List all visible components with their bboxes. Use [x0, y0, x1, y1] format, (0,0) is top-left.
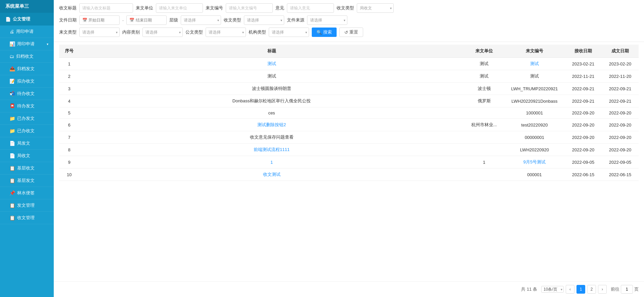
cell-seq: 8 [59, 144, 79, 156]
cell-title: 收文意见保存问题查看 [79, 131, 464, 144]
select-file-source[interactable]: 请选择 [307, 15, 347, 25]
cell-number: 000001 [504, 168, 565, 181]
prev-page-button[interactable]: ‹ [566, 285, 574, 294]
cell-seq: 10 [59, 168, 79, 181]
cell-number[interactable]: 测试 [504, 58, 565, 70]
cell-doc-date: 2022-09-05 [602, 156, 639, 168]
done-send-icon: 📁 [9, 116, 15, 121]
select-content-cat-wrapper: 请选择 [142, 28, 183, 37]
filter-row-2: 文件日期 - 层级 请选择 收文类型 请选择 文件来源 请选择 [59, 15, 639, 25]
cell-recv-date: 2022-09-21 [565, 95, 602, 107]
sidebar-item-done-recv[interactable]: 📁 已办收文 [0, 125, 54, 137]
sidebar-item-bureau-recv[interactable]: 📄 局收文 [0, 150, 54, 162]
cell-seq: 1 [59, 58, 79, 70]
label-origin-unit: 来文单位 [136, 5, 153, 11]
done-recv-icon: 📁 [9, 128, 15, 134]
input-recv-title[interactable] [79, 3, 133, 13]
cell-seq: 4 [59, 95, 79, 107]
next-page-button[interactable]: › [598, 285, 607, 294]
cell-unit: 测试 [464, 70, 504, 83]
table-row: 2测试测试测试2022-11-212022-11-20 [59, 70, 639, 83]
main-content: 收文标题 来文单位 来文编号 意见 收文类型 局收文 基层收文 全部 文件日期 … [54, 0, 644, 297]
cell-title[interactable]: 测试删除按钮2 [79, 119, 464, 131]
sidebar-item-base-recv[interactable]: 📋 基层收文 [0, 162, 54, 175]
archive-recv-icon: 🗂 [9, 54, 14, 59]
goto-after-label: 页 [634, 286, 639, 292]
cell-title: 测试 [79, 70, 464, 83]
sidebar-item-stamp-apply-1[interactable]: 🖨 用印申请 [0, 26, 54, 38]
sidebar-item-note[interactable]: 📌 林水便签 [0, 187, 54, 199]
cell-number: 测试 [504, 70, 565, 83]
cell-title[interactable]: 收文测试 [79, 168, 464, 181]
input-origin-number[interactable] [226, 3, 273, 13]
select-level[interactable]: 请选择 [181, 15, 221, 25]
cell-doc-date: 2022-06-15 [602, 168, 639, 181]
sidebar-item-recv-mgmt[interactable]: 📋 收文管理 [0, 212, 54, 224]
select-doc-type[interactable]: 请选择 [206, 28, 246, 37]
page-2-button[interactable]: 2 [587, 285, 596, 294]
table-row: 6测试删除按钮2杭州市林业...test202209202022-09-2020… [59, 119, 639, 131]
label-origin-type: 来文类型 [59, 29, 77, 35]
pending-recv-icon: 📬 [9, 91, 15, 96]
bureau-recv-icon: 📄 [9, 153, 15, 158]
input-origin-unit[interactable] [156, 3, 203, 13]
cell-number[interactable]: 9月5号测试 [504, 156, 565, 168]
select-level-wrapper: 请选择 [181, 15, 221, 25]
sidebar-item-base-send[interactable]: 📋 基层发文 [0, 175, 54, 187]
select-org-type[interactable]: 请选择 [269, 28, 309, 37]
search-button[interactable]: 🔍 搜索 [312, 28, 337, 37]
sidebar: 系统菜单三 📄 公文管理 🖨 用印申请 📊 用印申请 ▾ 🗂 归档收文 📤 归档… [0, 0, 54, 297]
col-header-seq: 序号 [59, 45, 79, 58]
cell-title[interactable]: 1 [79, 156, 464, 168]
page-size-select[interactable]: 10条/页 20条/页 50条/页 [541, 286, 564, 293]
table-row: 1测试测试测试2023-02-212023-02-20 [59, 58, 639, 70]
sidebar-item-pending-send[interactable]: 📮 待办发文 [0, 100, 54, 112]
select-content-cat[interactable]: 请选择 [142, 28, 183, 37]
pagination: 共 11 条 10条/页 20条/页 50条/页 ‹ 1 2 › 前往 页 [54, 281, 644, 297]
sidebar-item-pending-recv[interactable]: 📬 待办收文 [0, 88, 54, 100]
cell-seq: 5 [59, 107, 79, 119]
cell-unit: 俄罗斯 [464, 95, 504, 107]
cell-title[interactable]: 前端测试流程1111 [79, 144, 464, 156]
sidebar-item-archive-recv[interactable]: 🗂 归档收文 [0, 50, 54, 63]
cell-unit: 1 [464, 156, 504, 168]
label-opinion: 意见 [275, 5, 284, 11]
sidebar-item-bureau-send[interactable]: 📄 局发文 [0, 137, 54, 150]
pagination-total: 共 11 条 [521, 286, 537, 292]
cell-title[interactable]: 测试 [79, 58, 464, 70]
sidebar-item-archive-send[interactable]: 📤 归档发文 [0, 63, 54, 75]
sidebar-item-done-send[interactable]: 📁 已办发文 [0, 112, 54, 125]
select-origin-type[interactable]: 请选择 [79, 28, 120, 37]
goto-page-input[interactable] [621, 285, 633, 294]
stamp-icon-1: 🖨 [9, 29, 14, 34]
filter-area: 收文标题 来文单位 来文编号 意见 收文类型 局收文 基层收文 全部 文件日期 … [54, 0, 644, 42]
cell-unit [464, 131, 504, 144]
cell-number: LWH_TRUMP20220921 [504, 83, 565, 95]
cell-recv-date: 2022-09-20 [565, 131, 602, 144]
col-header-number: 来文编号 [504, 45, 565, 58]
table-row: 7收文意见保存问题查看000000012022-09-202022-09-20 [59, 131, 639, 144]
input-date-start[interactable] [79, 15, 120, 25]
input-date-end[interactable] [126, 15, 167, 25]
cell-unit: 波士顿 [464, 83, 504, 95]
col-header-unit: 来文单位 [464, 45, 504, 58]
cell-recv-date: 2022-09-20 [565, 119, 602, 131]
sidebar-item-stamp-apply-2[interactable]: 📊 用印申请 ▾ [0, 38, 54, 50]
page-1-button[interactable]: 1 [576, 285, 585, 294]
select-recv-type2[interactable]: 请选择 [244, 15, 284, 25]
reset-button[interactable]: ↺ 重置 [339, 28, 363, 37]
cell-title: Donbass和赫尔松地区举行入俄全民公投 [79, 95, 464, 107]
sidebar-item-draft-recv[interactable]: 📝 拟办收文 [0, 75, 54, 88]
select-recv-type[interactable]: 局收文 基层收文 全部 [357, 3, 394, 13]
input-opinion[interactable] [287, 3, 334, 13]
label-recv-type: 收文类型 [337, 5, 354, 11]
table-row: 5ces10000012022-09-202022-09-20 [59, 107, 639, 119]
col-header-doc-date: 成文日期 [602, 45, 639, 58]
label-recv-title: 收文标题 [59, 5, 77, 11]
sidebar-section-doc-mgmt[interactable]: 📄 公文管理 [0, 13, 54, 26]
cell-seq: 7 [59, 131, 79, 144]
bureau-send-icon: 📄 [9, 141, 15, 146]
date-separator: - [122, 18, 124, 23]
table-row: 9119月5号测试2022-09-052022-09-05 [59, 156, 639, 168]
sidebar-item-send-mgmt[interactable]: 📋 发文管理 [0, 199, 54, 212]
